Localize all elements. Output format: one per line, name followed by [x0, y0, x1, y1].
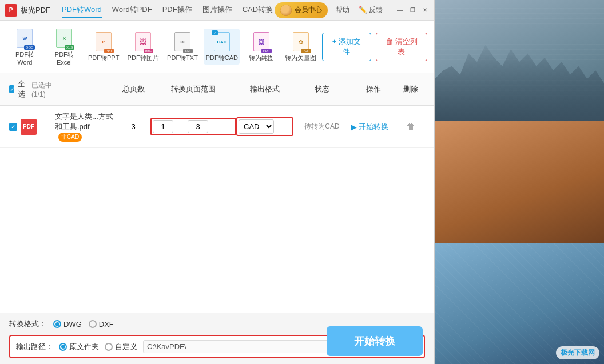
- non-cad-badge: 非CAD: [58, 133, 82, 142]
- row-format-col: CAD DWG DXF: [236, 117, 293, 136]
- nav-cad[interactable]: CAD转换: [243, 2, 273, 18]
- pdf-to-excel-icon: X XLS: [51, 27, 77, 49]
- member-label: 会员中心: [295, 5, 322, 15]
- custom-folder-radio-option[interactable]: 自定义: [105, 342, 137, 352]
- header-action: 操作: [351, 84, 396, 94]
- output-label: 输出路径：: [16, 342, 53, 352]
- check-icon: ✓: [10, 86, 14, 93]
- row-status-col: 待转为CAD: [293, 122, 351, 131]
- action-label: 开始转换: [359, 122, 388, 132]
- row-action-col: ▶ 开始转换: [351, 122, 396, 132]
- tool-to-pure-label: 转为纯图: [249, 54, 274, 62]
- help-button[interactable]: 帮助: [333, 4, 352, 16]
- app-logo: P: [5, 4, 17, 17]
- nav-word-to-pdf[interactable]: Word转PDF: [112, 2, 152, 18]
- header-format: 输出格式: [236, 84, 293, 94]
- original-folder-radio-option[interactable]: 原文件夹: [59, 342, 99, 352]
- tool-pdf-to-excel[interactable]: X XLS PDF转Excel: [46, 25, 82, 68]
- custom-folder-radio[interactable]: [105, 343, 113, 351]
- tool-pdf-to-txt-label: PDF转TXT: [167, 54, 198, 62]
- header-delete: 删除: [396, 84, 425, 94]
- restore-button[interactable]: ❐: [408, 6, 417, 15]
- header-status: 状态: [293, 84, 351, 94]
- city-photo-1: [435, 0, 604, 121]
- row-delete-col: 🗑: [396, 122, 425, 132]
- tool-to-vector-label: 转为矢量图: [285, 54, 316, 62]
- toolbar: W DOC PDF转Word X XLS PDF转Excel: [0, 21, 434, 73]
- range-to-input[interactable]: [188, 120, 208, 133]
- table-row: ✓ PDF 文字是人类...方式和工具.pdf 非CAD 3: [0, 106, 434, 148]
- to-vector-icon: ✿ PDF: [288, 31, 313, 53]
- tool-pdf-to-word[interactable]: W DOC PDF转Word: [7, 25, 43, 68]
- range-highlight-box: —: [150, 118, 236, 135]
- row-filename-col: 文字是人类...方式和工具.pdf 非CAD: [55, 111, 116, 142]
- toolbar-right-buttons: + 添加文件 🗑 清空列表: [322, 33, 427, 61]
- city-photo-3: 极光下载网: [435, 243, 604, 364]
- select-all-label: 全选: [18, 79, 28, 99]
- add-file-button[interactable]: + 添加文件: [322, 33, 371, 61]
- original-folder-radio[interactable]: [59, 343, 67, 351]
- dwg-label: DWG: [63, 320, 82, 329]
- format-select[interactable]: CAD DWG DXF: [239, 119, 274, 134]
- pdf-to-img-icon: 🖼 IMG: [130, 31, 156, 53]
- watermark: 极光下载网: [556, 346, 599, 359]
- start-convert-button[interactable]: ▶ 开始转换: [351, 122, 396, 132]
- dwg-radio-option[interactable]: DWG: [53, 320, 82, 329]
- original-folder-dot: [61, 345, 65, 349]
- range-from-input[interactable]: [153, 120, 173, 133]
- member-center-button[interactable]: 会员中心: [275, 2, 328, 18]
- delete-row-button[interactable]: 🗑: [406, 122, 415, 131]
- pdf-to-word-icon: W DOC: [12, 27, 37, 49]
- header-check: ✓ 全选 已选中(1/1): [9, 79, 55, 99]
- city-photo-2: [435, 121, 604, 242]
- nav-image-ops[interactable]: 图片操作: [202, 2, 232, 18]
- dxf-radio[interactable]: [89, 320, 97, 328]
- right-panel: 极光下载网: [435, 0, 604, 364]
- tool-to-pure[interactable]: 🖼 PDF 转为纯图: [243, 29, 279, 65]
- title-bar: P 极光PDF PDF转Word Word转PDF PDF操作 图片操作 CAD…: [0, 0, 434, 21]
- custom-label: 自定义: [115, 342, 137, 352]
- app-name: 极光PDF: [21, 5, 50, 15]
- range-dash: —: [177, 122, 184, 131]
- header-pages: 总页数: [116, 84, 150, 94]
- clear-list-button[interactable]: 🗑 清空列表: [376, 33, 427, 61]
- tool-pdf-to-cad-label: PDF转CAD: [206, 54, 238, 62]
- row-filename: 文字是人类...方式和工具.pdf: [55, 112, 113, 131]
- dxf-radio-option[interactable]: DXF: [89, 320, 114, 329]
- feedback-button[interactable]: ✏️ 反馈: [356, 4, 385, 16]
- nav-pdf-ops[interactable]: PDF操作: [162, 2, 192, 18]
- tool-pdf-to-ppt[interactable]: P PPT PDF转PPT: [86, 29, 122, 65]
- header-range: 转换页面范围: [150, 84, 236, 94]
- tool-pdf-to-img-label: PDF转图片: [128, 54, 159, 62]
- table-header: ✓ 全选 已选中(1/1) 总页数 转换页面范围 输出格式 状态 操作 删除: [0, 73, 434, 106]
- row-pages-col: 3: [116, 122, 150, 131]
- format-highlight-box: CAD DWG DXF: [236, 117, 293, 136]
- tool-pdf-to-txt[interactable]: TXT TXT PDF转TXT: [165, 29, 201, 65]
- row-check-icon: ✓: [11, 123, 15, 130]
- tool-pdf-to-ppt-label: PDF转PPT: [88, 54, 119, 62]
- tool-pdf-to-cad[interactable]: CAD ✓ PDF转CAD: [204, 29, 240, 65]
- minimize-button[interactable]: —: [395, 6, 404, 15]
- tool-pdf-to-excel-label: PDF转Excel: [47, 50, 81, 66]
- table-spacer: [0, 209, 434, 313]
- format-row-label: 转换格式：: [9, 319, 46, 329]
- nav-pdf-to-word[interactable]: PDF转Word: [62, 2, 102, 18]
- close-button[interactable]: ✕: [420, 6, 430, 15]
- window-controls: — ❐ ✕: [395, 6, 430, 15]
- title-right: 会员中心 帮助 ✏️ 反馈 — ❐ ✕: [275, 2, 430, 18]
- pdf-to-ppt-icon: P PPT: [91, 31, 116, 53]
- original-folder-label: 原文件夹: [69, 342, 99, 352]
- tool-pdf-to-img[interactable]: 🖼 IMG PDF转图片: [125, 29, 161, 65]
- main-start-convert-button[interactable]: 开始转换: [327, 326, 423, 356]
- member-avatar: [280, 5, 292, 16]
- dxf-label: DXF: [99, 320, 114, 329]
- row-pages: 3: [131, 122, 135, 131]
- to-pure-icon: 🖼 PDF: [249, 31, 274, 53]
- select-all-checkbox[interactable]: ✓: [9, 85, 14, 93]
- row-checkbox[interactable]: ✓: [9, 123, 17, 131]
- dwg-radio[interactable]: [53, 320, 61, 328]
- tool-pdf-to-word-label: PDF转Word: [8, 50, 42, 66]
- play-icon: ▶: [351, 122, 357, 131]
- tool-to-vector[interactable]: ✿ PDF 转为矢量图: [283, 29, 319, 65]
- row-status: 待转为CAD: [304, 122, 339, 130]
